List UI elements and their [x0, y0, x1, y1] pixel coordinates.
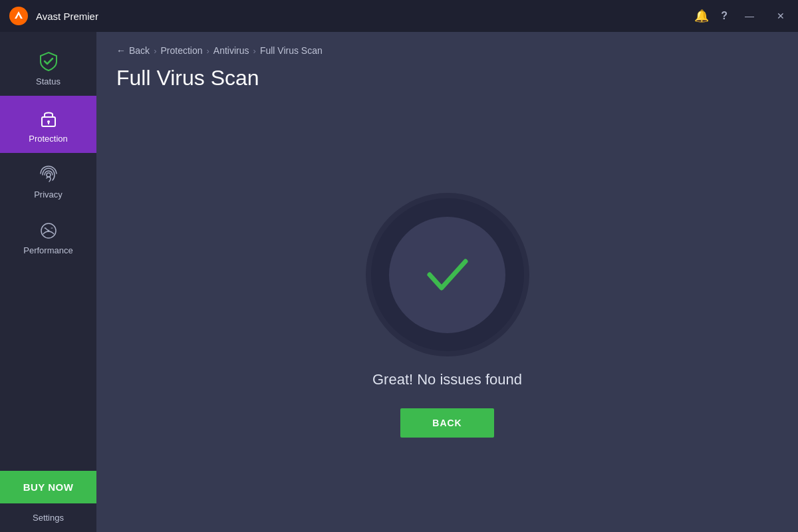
fingerprint-icon — [39, 165, 59, 185]
sidebar-item-status-label: Status — [36, 76, 61, 86]
settings-label: Settings — [33, 513, 64, 523]
buy-now-button[interactable]: BUY NOW — [0, 471, 96, 503]
minimize-button[interactable]: — — [739, 8, 759, 24]
app-title: Avast Premier — [36, 11, 694, 22]
app-body: Status Protection Privacy — [0, 32, 798, 532]
sidebar-item-performance-label: Performance — [23, 245, 72, 255]
page-title: Full Virus Scan — [96, 63, 798, 104]
sidebar-item-settings[interactable]: Settings — [0, 503, 96, 532]
scan-result: Great! No issues found BACK — [96, 104, 798, 532]
breadcrumb-protection[interactable]: Protection — [160, 45, 202, 56]
outer-ring — [371, 198, 524, 351]
inner-circle — [389, 217, 505, 333]
sidebar-item-status[interactable]: Status — [0, 39, 96, 96]
back-link[interactable]: ← Back — [116, 45, 150, 56]
result-message: Great! No issues found — [372, 371, 522, 388]
svg-point-2 — [47, 120, 50, 123]
checkmark-icon — [424, 255, 471, 295]
svg-point-6 — [47, 230, 49, 232]
close-button[interactable]: ✕ — [771, 8, 790, 24]
breadcrumb-sep3: › — [253, 46, 256, 56]
shield-icon — [38, 51, 59, 72]
breadcrumb-sep1: › — [154, 46, 156, 56]
lock-icon — [39, 108, 59, 129]
sidebar-item-privacy-label: Privacy — [34, 190, 63, 200]
sidebar-item-privacy[interactable]: Privacy — [0, 153, 96, 209]
breadcrumb-antivirus[interactable]: Antivirus — [213, 45, 249, 56]
back-button[interactable]: BACK — [400, 408, 493, 438]
speedometer-icon — [39, 221, 59, 241]
titlebar: Avast Premier 🔔 ? — ✕ — [0, 0, 798, 32]
sidebar-item-protection-label: Protection — [29, 134, 68, 144]
window-controls: 🔔 ? — ✕ — [694, 8, 790, 24]
breadcrumb-current: Full Virus Scan — [260, 45, 323, 56]
back-label: Back — [129, 45, 150, 56]
sidebar-item-performance[interactable]: Performance — [0, 209, 96, 265]
main-content: ← Back › Protection › Antivirus › Full V… — [96, 32, 798, 532]
svg-point-4 — [47, 173, 51, 177]
breadcrumb-sep2: › — [207, 46, 209, 56]
back-arrow-icon: ← — [116, 45, 126, 56]
breadcrumb: ← Back › Protection › Antivirus › Full V… — [96, 32, 798, 63]
notification-icon[interactable]: 🔔 — [694, 9, 709, 23]
sidebar: Status Protection Privacy — [0, 32, 96, 532]
avast-logo — [8, 5, 29, 27]
help-icon[interactable]: ? — [721, 10, 728, 22]
sidebar-item-protection[interactable]: Protection — [0, 96, 96, 153]
result-circle — [371, 198, 524, 351]
